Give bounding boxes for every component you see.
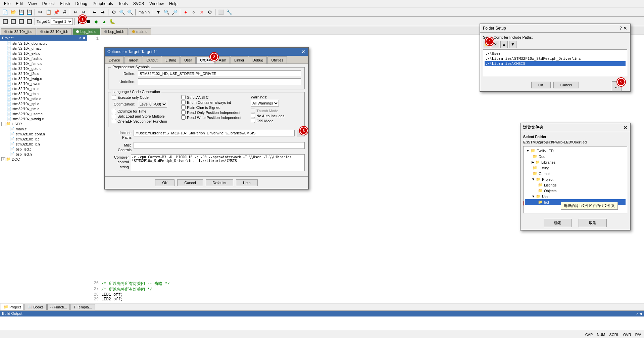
menu-help[interactable]: Help bbox=[166, 1, 180, 7]
bottom-tab-books[interactable]: 📖 Books bbox=[24, 304, 47, 310]
paste-btn[interactable]: 📌 bbox=[53, 8, 60, 16]
tab-output[interactable]: Output bbox=[143, 56, 161, 64]
tree-item-user-bsp_led-c[interactable]: 📄 bsp_led.c bbox=[0, 146, 87, 152]
execute-only-cb[interactable] bbox=[112, 95, 116, 99]
config-btn[interactable]: 🔧 bbox=[225, 8, 233, 16]
tree-item-stm32f10x_fsmc[interactable]: 📄 stm32f10x_fsmc.c bbox=[0, 61, 87, 66]
build-output-controls[interactable]: × ◀ bbox=[636, 311, 642, 316]
undo-btn[interactable]: ↩ bbox=[72, 8, 79, 16]
select-folder-ok-btn[interactable]: 确定 bbox=[544, 219, 572, 227]
tab-listing[interactable]: Listing bbox=[162, 56, 180, 64]
tree-item-user-stm32f10x_it-c[interactable]: 📄 stm32f10x_it.c bbox=[0, 136, 87, 141]
tab-bsp-led-c[interactable]: bsp_led.c bbox=[72, 28, 100, 35]
tree-item-stm32f10x_conf[interactable]: 📄 stm32f10x_conf.h bbox=[0, 131, 87, 136]
tab-debug[interactable]: Debug bbox=[249, 56, 267, 64]
x-btn[interactable]: ✕ bbox=[198, 8, 205, 16]
t2-btn6[interactable]: ▲ bbox=[101, 18, 108, 25]
tree-item-main-c[interactable]: 📄 main.c bbox=[0, 126, 87, 131]
tree-item-user-stm32f10x_it-h[interactable]: 📄 stm32f10x_it.h bbox=[0, 141, 87, 146]
bottom-tab-functi[interactable]: {} Functi... bbox=[47, 304, 70, 310]
tree-item-stm32f10x_rcc[interactable]: 📄 stm32f10x_rcc.c bbox=[0, 86, 87, 91]
select-folder-cancel-btn[interactable]: 取消 bbox=[579, 219, 607, 227]
enum-cb[interactable] bbox=[181, 100, 186, 104]
t2-btn5[interactable]: ◆ bbox=[93, 18, 100, 25]
tree-item-stm32f10x_dbgmcu[interactable]: 📄 stm32f10x_dbgmcu.c bbox=[0, 41, 87, 46]
tree-item-libraries[interactable]: ▶ 📁 Libraries bbox=[525, 159, 626, 165]
tree-item-output[interactable]: 📁 Output bbox=[525, 171, 626, 176]
gear2-btn[interactable]: ⚙ bbox=[206, 8, 213, 16]
misc-input[interactable] bbox=[134, 142, 305, 149]
folder-setup-close-btn[interactable]: ✕ bbox=[623, 26, 627, 31]
t2-btn2[interactable]: 🔲 bbox=[9, 18, 17, 25]
project-panel-controls[interactable]: × ◀ bbox=[79, 36, 85, 40]
new-btn[interactable]: 📄 bbox=[1, 8, 9, 16]
tab-main-c[interactable]: main.c bbox=[129, 28, 151, 35]
path-item-stm32[interactable]: .\\Libraries\STM32F10x_StdPeriph_Driver\… bbox=[485, 56, 626, 61]
strict-ansi-cb[interactable] bbox=[181, 95, 186, 99]
menu-file[interactable]: File bbox=[1, 1, 13, 7]
undefine-input[interactable] bbox=[138, 78, 301, 85]
btn1[interactable]: ⚙ bbox=[110, 8, 117, 16]
ok-btn[interactable]: OK bbox=[155, 179, 175, 186]
one-elf-cb[interactable] bbox=[112, 119, 116, 123]
nav-back-btn[interactable]: ⬅ bbox=[91, 8, 98, 16]
tree-item-user-folder[interactable]: ▼ 📁 User bbox=[525, 194, 626, 199]
bottom-tab-project[interactable]: 📁 Project bbox=[1, 304, 24, 310]
no-auto-cb[interactable] bbox=[251, 114, 255, 118]
tab-stm32f10x-it-c[interactable]: stm32f10x_it.c bbox=[1, 28, 36, 35]
tree-item-user-bsp_led-h[interactable]: 📄 bsp_led.h bbox=[0, 152, 87, 157]
tree-item-stm32f10x_exti[interactable]: 📄 stm32f10x_exti.c bbox=[0, 51, 87, 56]
menu-edit[interactable]: Edit bbox=[13, 1, 26, 7]
split-load-cb[interactable] bbox=[112, 114, 116, 118]
t2-btn1[interactable]: 🔲 bbox=[1, 18, 9, 25]
tree-item-stm32f10x_gpio[interactable]: 📄 stm32f10x_gpio.c bbox=[0, 66, 87, 71]
menu-peripherals[interactable]: Peripherals bbox=[90, 1, 116, 7]
move-up-btn[interactable]: ▲ bbox=[500, 41, 508, 48]
folder-setup-cancel-btn[interactable]: Cancel bbox=[553, 82, 579, 88]
menu-svcs[interactable]: SVCS bbox=[131, 1, 147, 7]
menu-window[interactable]: Window bbox=[147, 1, 166, 7]
dot-btn[interactable]: ● bbox=[182, 8, 189, 16]
tree-item-stm32f10x_flash[interactable]: 📄 stm32f10x_flash.c bbox=[0, 56, 87, 61]
tree-item-project[interactable]: ▼ 📁 Project bbox=[525, 176, 626, 182]
define-input[interactable] bbox=[138, 70, 301, 77]
btn3[interactable]: 🔍 bbox=[126, 8, 134, 16]
menu-project[interactable]: Project bbox=[40, 1, 57, 7]
read-write-cb[interactable] bbox=[181, 115, 186, 120]
include-browse-btn[interactable]: … 3 bbox=[297, 130, 305, 136]
t2-btn7[interactable]: 🐛 bbox=[109, 18, 116, 25]
folder-setup-ok-btn[interactable]: OK bbox=[531, 82, 551, 88]
tab-user[interactable]: User bbox=[181, 56, 196, 64]
btn2[interactable]: 🔍 bbox=[118, 8, 126, 16]
open-btn[interactable]: 📂 bbox=[9, 8, 17, 16]
help-btn[interactable]: Help bbox=[236, 179, 258, 186]
tree-item-stm32f10x_tim[interactable]: 📄 stm32f10x_tim.c bbox=[0, 106, 87, 111]
include-input[interactable] bbox=[134, 130, 295, 136]
defaults-btn[interactable]: Defaults bbox=[206, 179, 233, 186]
copy-btn[interactable]: 📋 bbox=[45, 8, 52, 16]
tab-stm32f10x-it-h[interactable]: stm32f10x_it.h bbox=[37, 28, 72, 35]
save-all-btn[interactable]: 💾 bbox=[26, 8, 33, 16]
tree-item-doc[interactable]: 📁 Doc bbox=[525, 154, 626, 159]
options-dialog-close[interactable]: ✕ bbox=[301, 49, 305, 54]
menu-flash[interactable]: Flash bbox=[57, 1, 72, 7]
save-btn[interactable]: 💾 bbox=[17, 8, 25, 16]
tab-cpp[interactable]: C/C++ 2 bbox=[196, 56, 214, 64]
tree-item-stm32f10x_spi[interactable]: 📄 stm32f10x_spi.c bbox=[0, 101, 87, 106]
tree-item-stm32f10x_i2c[interactable]: 📄 stm32f10x_i2c.c bbox=[0, 71, 87, 76]
t2-btn3[interactable]: 🔲 bbox=[17, 18, 25, 25]
tab-bsp-led-h[interactable]: bsp_led.h bbox=[101, 28, 128, 35]
print-btn[interactable]: 🖨 bbox=[61, 8, 68, 16]
dropdown-btn[interactable]: ▼ bbox=[155, 8, 162, 16]
tree-item-stm32f10x_pwr[interactable]: 📄 stm32f10x_pwr.c bbox=[0, 81, 87, 86]
search-btn[interactable]: 🔍 bbox=[163, 8, 170, 16]
menu-tools[interactable]: Tools bbox=[116, 1, 131, 7]
c99-mode-cb[interactable] bbox=[251, 119, 255, 123]
tree-item-stm32f10x_iwdg[interactable]: 📄 stm32f10x_iwdg.c bbox=[0, 76, 87, 81]
expand-user-btn[interactable]: - bbox=[1, 122, 5, 126]
warnings-select[interactable]: All Warnings bbox=[251, 100, 279, 107]
tree-item-stm32f10x_usart[interactable]: 📄 stm32f10x_usart.c bbox=[0, 111, 87, 116]
search2-btn[interactable]: 🔎 bbox=[171, 8, 178, 16]
path-item-user[interactable]: .\\User bbox=[485, 51, 626, 56]
redo-btn[interactable]: ↪ bbox=[80, 8, 87, 16]
